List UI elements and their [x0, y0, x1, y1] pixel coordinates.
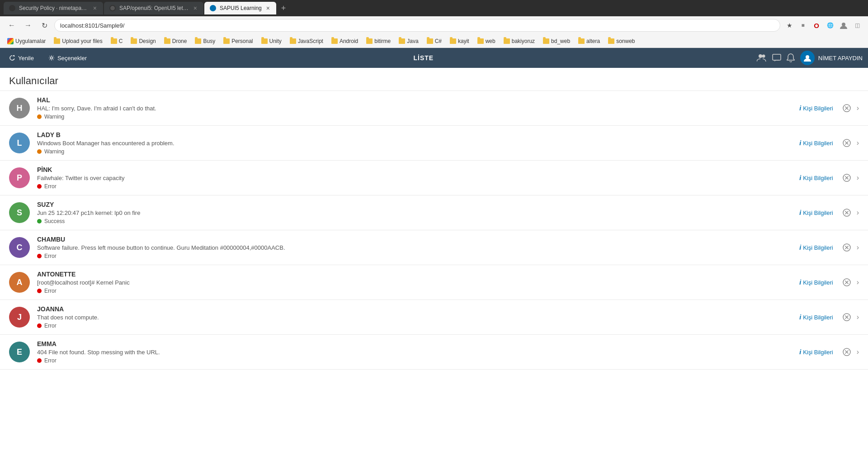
yenile-button[interactable]: Yenile	[5, 53, 38, 63]
kisi-bilgileri-button-7[interactable]: i Kişi Bilgileri	[796, 347, 836, 357]
bookmark-bakiyoruz-label: bakiyoruz	[512, 38, 535, 44]
user-row-actions-6: i Kişi Bilgileri ›	[796, 311, 859, 323]
forward-button[interactable]: →	[22, 19, 34, 32]
chevron-right-icon-1[interactable]: ›	[857, 139, 859, 147]
user-name-3: SUZY	[37, 201, 788, 208]
secenekler-button[interactable]: Seçenekler	[45, 53, 90, 63]
user-row: L LADY B Windows Boot Manager has encoun…	[0, 126, 868, 161]
chevron-right-icon-7[interactable]: ›	[857, 348, 859, 356]
opera-icon[interactable]: O	[811, 20, 822, 31]
tab-2-close[interactable]: ×	[193, 5, 198, 12]
user-menu-button[interactable]: NİMET APAYDIN	[800, 51, 863, 65]
new-tab-button[interactable]: +	[277, 2, 290, 14]
bookmark-design[interactable]: Design	[127, 37, 159, 45]
tab-1-close[interactable]: ×	[92, 5, 98, 12]
chevron-right-icon-0[interactable]: ›	[857, 104, 859, 112]
remove-button-4[interactable]	[840, 241, 853, 254]
bookmark-web[interactable]: web	[474, 37, 499, 45]
kisi-bilgileri-button-1[interactable]: i Kişi Bilgileri	[796, 138, 836, 148]
svg-point-0	[10, 6, 14, 10]
folder-icon	[608, 38, 614, 44]
bookmark-drone[interactable]: Drone	[160, 37, 191, 45]
bookmark-bakiyoruz[interactable]: bakiyoruz	[500, 37, 538, 45]
svg-point-1	[110, 6, 115, 10]
remove-button-6[interactable]	[840, 311, 853, 323]
tab-2[interactable]: SAP/openui5: OpenUI5 lets you ×	[104, 2, 203, 14]
remove-button-7[interactable]	[840, 346, 853, 358]
user-info-5: ANTONETTE [root@localhost root]# Kernel …	[37, 271, 788, 294]
chevron-right-icon-5[interactable]: ›	[857, 278, 859, 286]
bookmark-busy[interactable]: Busy	[191, 37, 219, 45]
bookmark-sonweb[interactable]: sonweb	[604, 37, 638, 45]
kisi-bilgileri-button-5[interactable]: i Kişi Bilgileri	[796, 277, 836, 288]
close-circle-icon	[843, 174, 851, 182]
bookmark-kayit[interactable]: kayit	[446, 37, 473, 45]
gear-icon	[48, 55, 55, 61]
secenekler-label: Seçenekler	[57, 55, 87, 62]
bookmark-unity[interactable]: Unity	[258, 37, 285, 45]
svg-point-5	[762, 55, 765, 58]
browser-toolbar-icons: ★ ■ O 🌐 ◫	[784, 20, 863, 31]
status-label-4: Error	[44, 253, 57, 259]
bookmark-javascript[interactable]: JavaScript	[286, 37, 327, 45]
kisi-bilgileri-button-4[interactable]: i Kişi Bilgileri	[796, 242, 836, 253]
bookmark-bd-web[interactable]: bd_web	[539, 37, 574, 45]
people-icon[interactable]	[757, 53, 767, 62]
status-label-7: Error	[44, 357, 57, 364]
chevron-right-icon-2[interactable]: ›	[857, 174, 859, 182]
kisi-bilgileri-button-3[interactable]: i Kişi Bilgileri	[796, 207, 836, 218]
remove-button-0[interactable]	[840, 102, 853, 114]
page-content: Kullanıcılar H HAL HAL: I'm sorry, Dave.…	[0, 68, 868, 466]
tab-3-close[interactable]: ×	[265, 5, 271, 12]
bookmark-android[interactable]: Android	[328, 37, 362, 45]
back-button[interactable]: ←	[5, 19, 18, 32]
folder-icon	[223, 38, 230, 44]
user-row-actions-4: i Kişi Bilgileri ›	[796, 241, 859, 254]
bookmark-java[interactable]: Java	[395, 37, 422, 45]
tab-3[interactable]: SAPUI5 Learning ×	[204, 2, 276, 14]
kisi-bilgileri-button-0[interactable]: i Kişi Bilgileri	[796, 103, 836, 114]
folder-icon	[504, 38, 510, 44]
chevron-right-icon-3[interactable]: ›	[857, 209, 859, 217]
folder-icon	[543, 38, 549, 44]
address-input[interactable]	[54, 19, 780, 32]
extension-icon-1[interactable]: ■	[797, 20, 808, 31]
bookmark-star-icon[interactable]: ★	[784, 20, 795, 31]
user-avatar-6: J	[9, 307, 30, 328]
bookmark-csharp[interactable]: C#	[423, 37, 445, 45]
user-name-7: EMMA	[37, 340, 788, 347]
kisi-bilgileri-button-2[interactable]: i Kişi Bilgileri	[796, 172, 836, 183]
bookmark-bitirme-label: bitirme	[374, 38, 391, 44]
tab-2-label: SAP/openui5: OpenUI5 lets you	[119, 5, 189, 11]
bookmark-design-label: Design	[139, 38, 156, 44]
profile-icon[interactable]	[838, 20, 849, 31]
user-status-5: Error	[37, 288, 788, 294]
bookmark-c[interactable]: C	[107, 37, 127, 45]
remove-button-3[interactable]	[840, 206, 853, 219]
info-icon-3: i	[799, 209, 801, 216]
bookmark-personal[interactable]: Personal	[220, 37, 256, 45]
bookmark-upload[interactable]: Upload your files	[50, 37, 106, 45]
svg-point-7	[806, 55, 809, 59]
remove-button-5[interactable]	[840, 276, 853, 289]
tab-1[interactable]: Security Policy · nimetapaydin/u ×	[4, 2, 103, 14]
reload-button[interactable]: ↻	[38, 19, 51, 32]
chevron-right-icon-6[interactable]: ›	[857, 313, 859, 321]
notification-icon[interactable]	[787, 53, 795, 62]
status-label-0: Warning	[44, 114, 64, 120]
chat-icon[interactable]	[772, 54, 781, 62]
bookmark-bitirme[interactable]: bitirme	[363, 37, 394, 45]
extensions-icon[interactable]: ◫	[852, 20, 863, 31]
status-label-1: Warning	[44, 148, 64, 155]
remove-button-2[interactable]	[840, 171, 853, 184]
user-info-3: SUZY Jun 25 12:20:47 pc1h kernel: lp0 on…	[37, 201, 788, 224]
chevron-right-icon-4[interactable]: ›	[857, 243, 859, 252]
bookmark-apps[interactable]: Uygulamalar	[4, 37, 49, 45]
bookmark-altera[interactable]: altera	[575, 37, 604, 45]
tab-1-label: Security Policy · nimetapaydin/u	[19, 5, 89, 11]
remove-button-1[interactable]	[840, 137, 853, 149]
kisi-bilgileri-button-6[interactable]: i Kişi Bilgileri	[796, 312, 836, 323]
user-avatar-2: P	[9, 167, 30, 188]
status-label-6: Error	[44, 323, 57, 329]
translate-icon[interactable]: 🌐	[825, 20, 835, 31]
